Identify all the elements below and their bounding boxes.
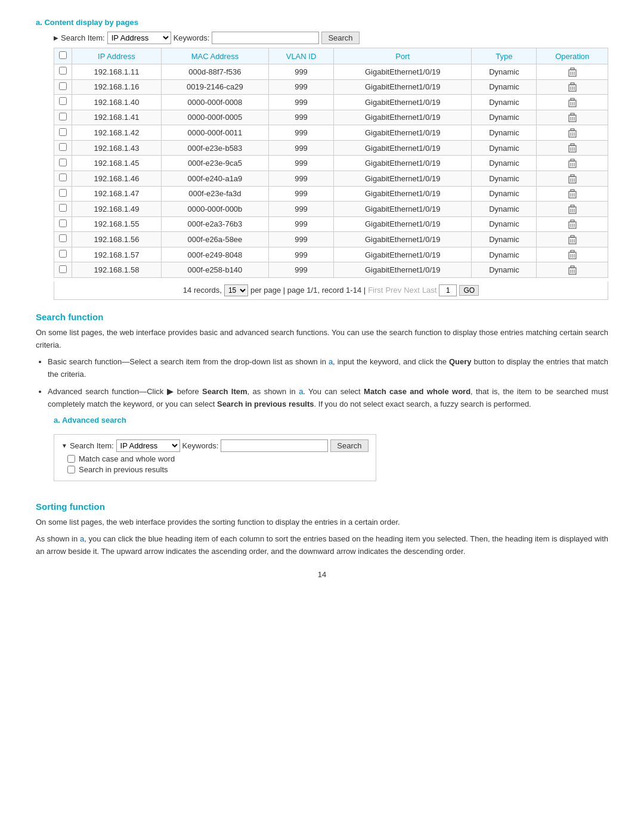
search-button-advanced[interactable]: Search xyxy=(330,439,368,452)
search-button-top[interactable]: Search xyxy=(321,32,359,44)
last-link[interactable]: Last xyxy=(422,286,437,295)
cell-port: GigabitEthernet1/0/19 xyxy=(334,64,472,80)
cell-ip-address: 192.168.1.40 xyxy=(72,95,162,110)
delete-icon[interactable] xyxy=(568,174,577,182)
cell-port: GigabitEthernet1/0/19 xyxy=(334,95,472,110)
svg-rect-36 xyxy=(571,175,574,176)
delete-icon[interactable] xyxy=(568,219,577,228)
search-item-label: Search Item: xyxy=(61,33,105,42)
delete-icon[interactable] xyxy=(568,67,577,76)
page-number: 14 xyxy=(36,570,608,579)
delete-icon[interactable] xyxy=(568,189,577,198)
svg-rect-6 xyxy=(571,83,574,85)
prev-link[interactable]: Prev xyxy=(385,286,401,295)
delete-icon[interactable] xyxy=(568,234,577,243)
cell-vlan-id: 999 xyxy=(269,232,334,247)
cell-mac-address: 000f-e258-b140 xyxy=(161,262,268,278)
row-checkbox[interactable] xyxy=(59,67,67,75)
search-previous-checkbox[interactable] xyxy=(67,466,75,473)
delete-icon[interactable] xyxy=(568,82,577,91)
row-checkbox-cell xyxy=(54,156,72,171)
cell-ip-address: 192.168.1.42 xyxy=(72,125,162,141)
cell-operation xyxy=(537,95,608,110)
records-text: 14 records, xyxy=(183,286,222,295)
adv-search-item-select[interactable]: IP Address MAC Address VLAN ID Port Type xyxy=(116,439,180,452)
delete-icon[interactable] xyxy=(568,97,577,106)
first-link[interactable]: First xyxy=(368,286,383,295)
row-checkbox[interactable] xyxy=(59,234,67,242)
cell-operation xyxy=(537,110,608,125)
row-checkbox[interactable] xyxy=(59,143,67,151)
bullet2-bold1: Search Item xyxy=(202,387,247,396)
col-type[interactable]: Type xyxy=(472,48,537,64)
delete-icon[interactable] xyxy=(568,143,577,152)
row-checkbox-cell xyxy=(54,79,72,95)
row-checkbox-cell xyxy=(54,262,72,278)
delete-icon[interactable] xyxy=(568,128,577,137)
cell-mac-address: 0000-000f-0011 xyxy=(161,125,268,141)
delete-icon[interactable] xyxy=(568,113,577,122)
advanced-search-subsection: a. Advanced search ▼ Search Item: IP Add… xyxy=(54,416,608,491)
cell-ip-address: 192.168.1.46 xyxy=(72,171,162,186)
col-port[interactable]: Port xyxy=(334,48,472,64)
cell-port: GigabitEthernet1/0/19 xyxy=(334,140,472,156)
row-checkbox[interactable] xyxy=(59,82,67,90)
data-table: IP Address MAC Address VLAN ID Port Type… xyxy=(54,48,608,278)
table-row: 192.168.1.56000f-e26a-58ee999GigabitEthe… xyxy=(54,232,608,247)
svg-rect-11 xyxy=(571,98,574,100)
delete-icon[interactable] xyxy=(568,265,577,274)
table-row: 192.168.1.43000f-e23e-b583999GigabitEthe… xyxy=(54,140,608,156)
cell-type: Dynamic xyxy=(472,95,537,110)
col-ip-address[interactable]: IP Address xyxy=(72,48,162,64)
delete-icon[interactable] xyxy=(568,250,577,259)
cell-operation xyxy=(537,262,608,278)
col-vlan-id[interactable]: VLAN ID xyxy=(269,48,334,64)
per-page-select[interactable]: 15 25 50 xyxy=(224,284,248,296)
keywords-input[interactable] xyxy=(212,32,319,44)
cell-operation xyxy=(537,202,608,217)
search-item-select[interactable]: IP Address MAC Address VLAN ID Port Type xyxy=(107,32,171,44)
row-checkbox[interactable] xyxy=(59,265,67,273)
svg-rect-51 xyxy=(571,220,574,222)
row-checkbox-cell xyxy=(54,95,72,110)
row-checkbox[interactable] xyxy=(59,219,67,227)
cell-ip-address: 192.168.1.49 xyxy=(72,202,162,217)
table-container: IP Address MAC Address VLAN ID Port Type… xyxy=(54,48,608,300)
cell-vlan-id: 999 xyxy=(269,262,334,278)
cell-ip-address: 192.168.1.47 xyxy=(72,186,162,202)
search-function-section: Search function On some list pages, the … xyxy=(36,312,608,491)
select-all-checkbox[interactable] xyxy=(59,51,67,59)
row-checkbox-cell xyxy=(54,140,72,156)
cell-operation xyxy=(537,125,608,141)
next-link[interactable]: Next xyxy=(404,286,420,295)
sorting-para2-pre: As shown in xyxy=(36,534,80,543)
page-input[interactable]: 1 xyxy=(439,284,457,296)
row-checkbox[interactable] xyxy=(59,128,67,136)
cell-type: Dynamic xyxy=(472,202,537,217)
go-button[interactable]: GO xyxy=(459,285,479,296)
cell-type: Dynamic xyxy=(472,262,537,278)
delete-icon[interactable] xyxy=(568,204,577,213)
match-case-checkbox[interactable] xyxy=(67,455,75,463)
cell-operation xyxy=(537,247,608,262)
row-checkbox[interactable] xyxy=(59,113,67,120)
table-row: 192.168.1.46000f-e240-a1a9999GigabitEthe… xyxy=(54,171,608,186)
row-checkbox[interactable] xyxy=(59,97,67,105)
row-checkbox[interactable] xyxy=(59,204,67,212)
row-checkbox[interactable] xyxy=(59,250,67,258)
cell-operation xyxy=(537,64,608,80)
search-function-para1: On some list pages, the web interface pr… xyxy=(36,327,608,352)
adv-keywords-input[interactable] xyxy=(221,439,328,452)
row-checkbox-cell xyxy=(54,171,72,186)
sorting-para2: As shown in a, you can click the blue he… xyxy=(36,533,608,558)
row-checkbox[interactable] xyxy=(59,174,67,181)
delete-icon[interactable] xyxy=(568,158,577,167)
adv-search-item-label: Search Item: xyxy=(70,441,114,450)
col-mac-address[interactable]: MAC Address xyxy=(161,48,268,64)
row-checkbox[interactable] xyxy=(59,159,67,166)
table-row: 192.168.1.160019-2146-ca29999GigabitEthe… xyxy=(54,79,608,95)
row-checkbox[interactable] xyxy=(59,189,67,197)
row-checkbox-cell xyxy=(54,232,72,247)
cell-type: Dynamic xyxy=(472,232,537,247)
bullet1-bold: Query xyxy=(449,357,472,366)
